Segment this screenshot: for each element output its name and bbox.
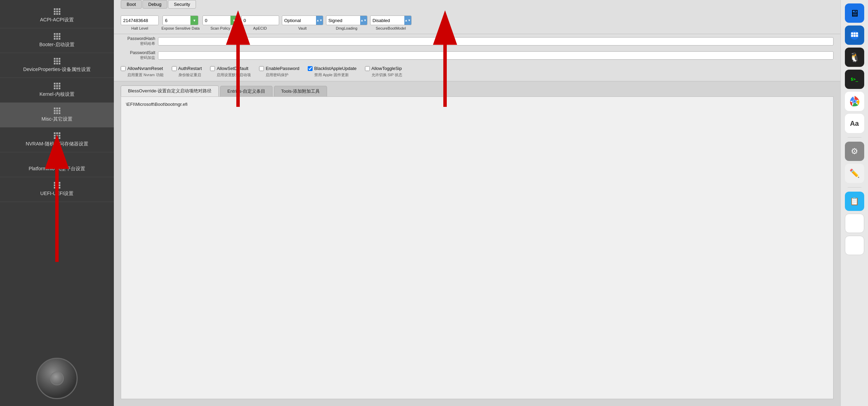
logo-circle: [36, 358, 78, 399]
expose-sensitive-btn[interactable]: ▼: [190, 16, 198, 25]
tab-boot[interactable]: Boot: [121, 0, 142, 9]
logo-inner: [50, 372, 64, 385]
sidebar-item-label: UEFI-UEFI设置: [40, 191, 73, 197]
svg-rect-7: [851, 35, 853, 37]
secureboot-select[interactable]: Disabled Default j137: [373, 18, 403, 23]
checkbox-allow-set-default: AllowSetDefault 启用设置默认启动项: [210, 66, 251, 78]
vault-label: Vault: [298, 26, 307, 30]
auth-restart-label: AuthRestart: [178, 66, 202, 71]
grid-icon: [54, 58, 60, 64]
dock-item-qq[interactable]: 🐧: [845, 48, 864, 67]
content-path: \EFI\Microsoft\Boot\bootmgr.efi: [125, 100, 830, 108]
sidebar-item-uefi[interactable]: UEFI-UEFI设置: [0, 177, 114, 202]
tab-entries[interactable]: Entries-自定义条目: [220, 86, 273, 97]
password-hash-row: PasswordHash 密码哈希: [114, 34, 840, 48]
sidebar-item-label: ACPI-ACPI设置: [40, 17, 74, 23]
halt-level-input[interactable]: [121, 16, 159, 25]
dmgloading-label: DmgLoading: [336, 26, 357, 30]
grid-icon: [54, 182, 60, 189]
svg-rect-9: [856, 35, 858, 37]
expose-sensitive-input[interactable]: [163, 18, 190, 23]
sidebar-item-nvram[interactable]: NVRAM-随机访问存储器设置: [0, 128, 114, 152]
vault-select-wrapper: Optional Basic Secure ▲▼: [282, 16, 323, 25]
grid-icon: [54, 8, 60, 15]
dmgloading-select-arrow: ▲▼: [360, 16, 367, 25]
blacklist-label: BlacklistAppleUpdate: [314, 66, 357, 71]
allow-nvram-sub: 启用重置 Nvram 功能: [121, 72, 164, 78]
sidebar-item-misc[interactable]: Misc-其它设置: [0, 103, 114, 128]
grid-icon: [54, 33, 60, 40]
sidebar-item-label: NVRAM-随机访问存储器设置: [26, 141, 88, 147]
password-salt-label: PasswordSalt 密码加盐: [121, 50, 155, 60]
allow-set-default-checkbox[interactable]: [210, 66, 215, 71]
sidebar-item-platforminfo[interactable]: PlatformInfo-机型平台设置: [0, 152, 114, 177]
sidebar-item-label: DeviceProperties-设备属性设置: [23, 67, 90, 73]
allow-nvram-label: AllowNvramReset: [127, 66, 163, 71]
blacklist-sub: 禁用 Apple 固件更新: [308, 72, 349, 78]
content-area: \EFI\Microsoft\Boot\bootmgr.efi: [121, 97, 834, 399]
checkbox-enable-password: EnablePassword 启用密码保护: [259, 66, 299, 78]
enable-password-sub: 启用密码保护: [259, 72, 288, 78]
dock-item-terminal[interactable]: $>_: [845, 70, 864, 89]
sidebar-item-acpi[interactable]: ACPI-ACPI设置: [0, 3, 114, 28]
password-salt-row: PasswordSalt 密码加盐: [114, 48, 840, 62]
top-tabs: Boot Debug Security: [114, 0, 840, 12]
halt-level-label: Halt Level: [131, 26, 148, 30]
dock-item-font-book[interactable]: Aa: [845, 114, 864, 133]
main-area: Boot Debug Security Halt Level ▼ Expose …: [114, 0, 868, 406]
grid-icon: [54, 83, 60, 89]
checkbox-blacklist: BlacklistAppleUpdate 禁用 Apple 固件更新: [308, 66, 357, 78]
dock-item-pencil[interactable]: ✏️: [845, 164, 864, 183]
sidebar-logo: [36, 358, 78, 399]
tab-debug[interactable]: Debug: [142, 0, 167, 9]
controls-row: Halt Level ▼ Expose Sensitive Data ▼: [121, 16, 834, 30]
dmgloading-select-wrapper: Signed Any Disabled ▲▼: [326, 16, 367, 25]
sidebar-item-kernel[interactable]: Kernel-内核设置: [0, 78, 114, 103]
password-hash-label: PasswordHash 密码哈希: [121, 36, 155, 46]
dock-item-settings[interactable]: ⚙: [845, 142, 864, 161]
tab-security[interactable]: Security: [168, 0, 196, 9]
allow-nvram-checkbox[interactable]: [121, 66, 126, 71]
controls-section: Halt Level ▼ Expose Sensitive Data ▼: [114, 12, 840, 34]
vault-group: Optional Basic Secure ▲▼ Vault: [282, 16, 323, 30]
auth-restart-checkbox[interactable]: [172, 66, 177, 71]
dock-item-white1[interactable]: [845, 214, 864, 233]
checkbox-allow-nvram: AllowNvramReset 启用重置 Nvram 功能: [121, 66, 164, 78]
scan-policy-input[interactable]: [203, 18, 230, 23]
tab-bless-override[interactable]: BlessOverride-设置自定义启动项绝对路径: [121, 85, 219, 97]
scan-policy-group: ▼ Scan Policy: [203, 16, 238, 30]
secureboot-label: SecureBootModel: [376, 26, 406, 30]
scan-policy-label: Scan Policy: [210, 26, 230, 30]
bottom-tabs: BlessOverride-设置自定义启动项绝对路径 Entries-自定义条目…: [114, 81, 840, 97]
dock-item-white2[interactable]: [845, 236, 864, 255]
apecid-label: ApECID: [253, 26, 267, 30]
secureboot-group: Disabled Default j137 ▲▼ SecureBootModel: [370, 16, 412, 30]
allow-toggle-sip-sub: 允许切换 SIP 状态: [365, 72, 403, 78]
checkbox-allow-toggle-sip: AllowToggleSip 允许切换 SIP 状态: [365, 66, 403, 78]
dmgloading-select[interactable]: Signed Any Disabled: [328, 18, 359, 23]
enable-password-checkbox[interactable]: [259, 66, 264, 71]
dock-item-chrome[interactable]: [845, 92, 864, 111]
scan-policy-btn[interactable]: ▼: [230, 16, 238, 25]
apecid-group: ApECID: [241, 16, 279, 30]
blacklist-checkbox[interactable]: [308, 66, 313, 71]
allow-toggle-sip-checkbox[interactable]: [365, 66, 370, 71]
apecid-input[interactable]: [241, 16, 279, 25]
sidebar: ACPI-ACPI设置 Booter-启动设置 DeviceProperties…: [0, 0, 114, 406]
password-salt-input[interactable]: [158, 51, 834, 60]
tab-tools[interactable]: Tools-添加附加工具: [274, 86, 327, 97]
sidebar-item-label: Booter-启动设置: [39, 42, 75, 48]
dock-item-launchpad[interactable]: [845, 26, 864, 45]
dock-item-blue-app[interactable]: 📋: [845, 192, 864, 211]
expose-sensitive-label: Expose Sensitive Data: [161, 26, 200, 30]
svg-rect-5: [854, 32, 856, 34]
dock-item-finder[interactable]: 🖥: [845, 3, 864, 23]
dock: 🖥 🐧 $>_ Aa ⚙ ✏️ 📋: [840, 0, 868, 406]
auth-restart-sub: 身份验证重启: [172, 72, 201, 78]
password-hash-input[interactable]: [158, 37, 834, 45]
sidebar-item-deviceprops[interactable]: DeviceProperties-设备属性设置: [0, 53, 114, 78]
vault-select[interactable]: Optional Basic Secure: [284, 18, 315, 23]
sidebar-item-label: Misc-其它设置: [41, 116, 72, 122]
sidebar-item-booter[interactable]: Booter-启动设置: [0, 28, 114, 53]
enable-password-label: EnablePassword: [266, 66, 299, 71]
